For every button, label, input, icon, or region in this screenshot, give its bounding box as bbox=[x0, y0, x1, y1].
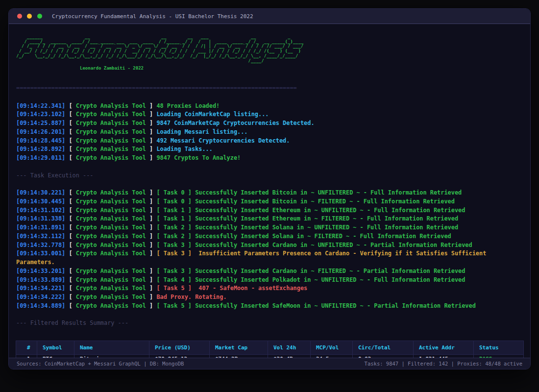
task-tag: [ Task 1 ] bbox=[156, 215, 195, 222]
bracket: [ bbox=[65, 207, 75, 214]
log-line: [09:14:22.341] [ Crypto Analysis Tool ] … bbox=[16, 102, 508, 111]
log-timestamp: [09:14:30.221] bbox=[16, 189, 65, 196]
log-tool-name: Crypto Analysis Tool bbox=[76, 111, 146, 118]
section-header-task-execution: --- Task Execution --- bbox=[16, 172, 508, 180]
log-tool-name: Crypto Analysis Tool bbox=[76, 250, 146, 257]
log-message: Successfully Inserted Bitcoin in ~ FILTE… bbox=[195, 198, 455, 205]
status-sources: Sources: CoinMarketCap + Messari GraphQL… bbox=[17, 361, 184, 367]
bracket: [ bbox=[65, 233, 75, 240]
task-tag: [ Task 3 ] bbox=[156, 242, 195, 248]
log-tool-name: Crypto Analysis Tool bbox=[76, 268, 146, 274]
bracket: ] bbox=[146, 146, 156, 152]
log-tool-name: Crypto Analysis Tool bbox=[76, 154, 146, 161]
window-controls bbox=[17, 14, 42, 19]
bracket: [ bbox=[65, 276, 75, 283]
log-line: [09:14:25.887] [ Crypto Analysis Tool ] … bbox=[16, 119, 508, 128]
task-tag: [ Task 1 ] bbox=[156, 207, 195, 214]
log-timestamp: [09:14:33.201] bbox=[16, 268, 65, 274]
bracket: ] bbox=[146, 268, 156, 274]
task-tag: [ Task 2 ] bbox=[156, 224, 195, 231]
log-message: 9847 CoinMarketCap Cryptocurrencies Dete… bbox=[156, 120, 314, 126]
log-message: 407 - SafeMoon - assetExchanges bbox=[198, 285, 307, 292]
log-message: Loading Messari listing... bbox=[156, 128, 247, 135]
maximize-button[interactable] bbox=[37, 14, 42, 19]
log-message: Successfully Inserted Solana in ~ UNFILT… bbox=[195, 224, 458, 231]
bracket: [ bbox=[65, 224, 75, 231]
log-line: [09:14:23.102] [ Crypto Analysis Tool ] … bbox=[16, 110, 508, 119]
log-line: [09:14:32.778] [ Crypto Analysis Tool ] … bbox=[16, 241, 508, 250]
log-timestamp: [09:14:34.221] bbox=[16, 285, 65, 292]
task-tag: [ Task 5 ] bbox=[156, 302, 195, 309]
bracket: ] bbox=[146, 233, 156, 240]
log-tool-name: Crypto Analysis Tool bbox=[76, 302, 146, 309]
minimize-button[interactable] bbox=[27, 14, 32, 19]
task-tag: [ Task 3 ] bbox=[156, 268, 195, 274]
bracket: [ bbox=[65, 154, 75, 161]
bracket: ] bbox=[146, 207, 156, 214]
bracket: ] bbox=[146, 120, 156, 126]
bracket: [ bbox=[65, 215, 75, 222]
section-header-filtered-results: --- Filtered Results Summary --- bbox=[16, 319, 508, 328]
bracket: ] bbox=[146, 215, 156, 222]
bracket: [ bbox=[65, 102, 75, 109]
column-header-price-usd[interactable]: Price (USD) bbox=[149, 341, 210, 355]
log-timestamp: [09:14:28.445] bbox=[16, 137, 65, 144]
log-tool-name: Crypto Analysis Tool bbox=[76, 189, 146, 196]
task-tag: [ Task 4 ] bbox=[156, 276, 195, 283]
bracket: ] bbox=[146, 276, 156, 283]
bracket: [ bbox=[65, 111, 75, 118]
log-timestamp: [09:14:31.338] bbox=[16, 215, 65, 222]
column-header-circ-total[interactable]: Circ/Total bbox=[353, 341, 414, 355]
log-timestamp: [09:14:34.889] bbox=[16, 302, 65, 309]
log-line: [09:14:31.338] [ Crypto Analysis Tool ] … bbox=[16, 215, 508, 223]
log-message: Successfully Inserted Cardano in ~ UNFIL… bbox=[195, 242, 472, 248]
log-message: Loading Tasks... bbox=[156, 146, 213, 152]
log-line: [09:14:30.221] [ Crypto Analysis Tool ] … bbox=[16, 189, 508, 197]
bracket: ] bbox=[146, 128, 156, 135]
log-line: [09:14:29.011] [ Crypto Analysis Tool ] … bbox=[16, 154, 508, 163]
log-line: [09:14:33.001] [ Crypto Analysis Tool ] … bbox=[16, 249, 508, 267]
log-tool-name: Crypto Analysis Tool bbox=[76, 198, 146, 205]
log-timestamp: [09:14:32.112] bbox=[16, 233, 65, 240]
status-bar: Sources: CoinMarketCap + Messari GraphQL… bbox=[9, 358, 530, 369]
bracket: ] bbox=[146, 242, 156, 248]
bracket: [ bbox=[65, 146, 75, 152]
log-timestamp: [09:14:32.778] bbox=[16, 242, 65, 248]
column-header-mcp-vol[interactable]: MCP/Vol bbox=[311, 341, 353, 355]
log-tool-name: Crypto Analysis Tool bbox=[76, 224, 146, 231]
log-timestamp: [09:14:29.011] bbox=[16, 154, 65, 161]
log-message: 492 Messari Cryptocurrencies Detected. bbox=[156, 137, 290, 144]
column-header-name[interactable]: Name bbox=[74, 341, 149, 355]
task-tag: [ Task 5 ] bbox=[156, 285, 198, 292]
column-header-status[interactable]: Status bbox=[474, 341, 524, 355]
column-header-vol-24h[interactable]: Vol 24h bbox=[268, 341, 311, 355]
log-message: Successfully Inserted Solana in ~ FILTER… bbox=[195, 233, 451, 240]
log-timestamp: [09:14:31.891] bbox=[16, 224, 65, 231]
status-counters: Tasks: 9847 | Filtered: 142 | Proxies: 4… bbox=[365, 361, 522, 367]
log-timestamp: [09:14:33.001] bbox=[16, 250, 65, 257]
column-header-active-addr[interactable]: Active Addr bbox=[414, 341, 474, 355]
window-title: Cryptocurrency Fundamental Analysis - US… bbox=[52, 13, 253, 20]
terminal-window: Cryptocurrency Fundamental Analysis - US… bbox=[8, 8, 531, 369]
task-tag: [ Task 0 ] bbox=[156, 198, 195, 205]
bracket: ] bbox=[146, 102, 156, 109]
title-bar[interactable]: Cryptocurrency Fundamental Analysis - US… bbox=[9, 9, 530, 24]
log-line: [09:14:28.892] [ Crypto Analysis Tool ] … bbox=[16, 145, 508, 154]
bracket: ] bbox=[146, 285, 156, 292]
task-tag: [ Task 2 ] bbox=[156, 233, 195, 240]
separator-line: ========================================… bbox=[16, 84, 297, 91]
column-header-market-cap[interactable]: Market Cap bbox=[210, 341, 268, 355]
table-header-row: # Symbol Name Price (USD) Market Cap Vol… bbox=[16, 341, 524, 355]
log-line: [09:14:31.891] [ Crypto Analysis Tool ] … bbox=[16, 223, 508, 232]
log-tool-name: Crypto Analysis Tool bbox=[76, 128, 146, 135]
log-tool-name: Crypto Analysis Tool bbox=[76, 102, 146, 109]
bracket: [ bbox=[65, 294, 75, 300]
log-timestamp: [09:14:31.102] bbox=[16, 207, 65, 214]
log-line: [09:14:26.201] [ Crypto Analysis Tool ] … bbox=[16, 128, 508, 137]
log-message: 9847 Cryptos To Analyze! bbox=[156, 154, 241, 161]
bracket: [ bbox=[65, 242, 75, 248]
log-tool-name: Crypto Analysis Tool bbox=[76, 294, 146, 300]
column-header-symbol[interactable]: Symbol bbox=[37, 341, 74, 355]
column-header-rank[interactable]: # bbox=[16, 341, 37, 355]
close-button[interactable] bbox=[17, 14, 22, 19]
